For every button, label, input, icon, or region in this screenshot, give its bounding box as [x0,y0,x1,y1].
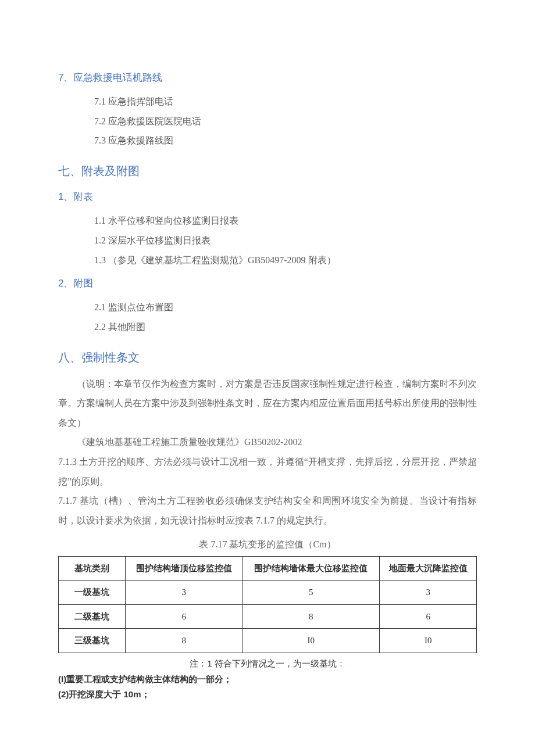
cell-r1c1: 一级基坑 [59,581,126,605]
appendix-figures-title: 附图 [73,278,93,289]
table-row: 一级基坑 3 5 3 [59,581,477,605]
cell-r3c3: I0 [242,629,380,653]
appendix-figures-item-1: 2.1 监测点位布置图 [58,298,477,317]
appendix-tables-item-3: 1.3 （参见《建筑基坑工程监测规范》GB50497-2009 附表） [58,250,477,270]
chapter-8-ref: 《建筑地基基础工程施工质量验收规范》GB50202-2002 [58,432,477,452]
section-7-item-2: 7.2 应急救援医院医院电话 [58,112,477,131]
cell-r3c2: 8 [126,629,242,653]
table-header-row: 基坑类别 围护结构墙顶位移监控值 围护结构墙体最大位移监控值 地面最大沉降监控值 [59,556,477,581]
clause-713: 7.1.3 土方开挖的顺序、方法必须与设计工况相一致，并遵循“开槽支撑，先撑后挖… [58,452,477,491]
section-7-item-3: 7.3 应急救援路线图 [58,131,477,151]
cell-r2c2: 6 [126,604,242,629]
appendix-figures-heading: 2、附图 [58,274,477,293]
appendix-tables-item-1: 1.1 水平位移和竖向位移监测日报表 [58,211,477,231]
appendix-figures-sep: 、 [63,278,73,289]
appendix-tables-item-2: 1.2 深层水平位移监测日报表 [58,231,477,250]
section-7-item-1: 7.1 应急指挥部电话 [58,92,477,112]
cell-r2c4: 6 [380,604,477,629]
appendix-figures-item-2: 2.2 其他附图 [58,317,477,337]
cell-r3c1: 三级基坑 [59,629,126,653]
table-note-colon: ： [337,658,345,668]
th-ground-settle: 地面最大沉降监控值 [380,556,477,581]
th-category: 基坑类别 [59,556,126,581]
appendix-tables-title: 附表 [73,191,93,202]
footnote-2: (2)开挖深度大于 10m； [58,687,477,702]
cell-r2c1: 二级基坑 [59,604,126,629]
appendix-tables-heading: 1、附表 [58,188,477,206]
appendix-tables-sep: 、 [63,191,73,202]
section-7-sep: 、 [63,72,73,83]
cell-r1c2: 3 [126,581,242,605]
cell-r3c4: I0 [380,629,477,653]
footnote-1: (I)重要工程或支护结构做主体结构的一部分； [58,672,477,687]
table-row: 三级基坑 8 I0 I0 [59,629,477,653]
monitoring-table: 基坑类别 围护结构墙顶位移监控值 围护结构墙体最大位移监控值 地面最大沉降监控值… [58,556,477,653]
section-7-title: 应急救援电话机路线 [73,72,162,83]
chapter-7-heading: 七、附表及附图 [58,160,477,182]
table-caption: 表 7.17 基坑变形的监控值（Cm） [58,536,477,553]
table-note-label: 注：1 符合下列情况之一，为一级基坑 [190,658,337,668]
cell-r1c3: 5 [242,581,380,605]
section-7-heading: 7、应急救援电话机路线 [58,69,477,87]
th-wall-top: 围护结构墙顶位移监控值 [126,556,242,581]
cell-r1c4: 3 [380,581,477,605]
table-note: 注：1 符合下列情况之一，为一级基坑： [58,655,477,672]
clause-717: 7.1.7 基坑（槽）、管沟土方工程验收必须确保支护结构安全和周围环境安全为前提… [58,491,477,530]
th-wall-max: 围护结构墙体最大位移监控值 [242,556,380,581]
chapter-8-heading: 八、强制性条文 [58,346,477,368]
cell-r2c3: 8 [242,604,380,629]
chapter-8-note: （说明：本章节仅作为检查方案时，对方案是否违反国家强制性规定进行检查，编制方案时… [58,374,477,433]
table-row: 二级基坑 6 8 6 [59,604,477,629]
